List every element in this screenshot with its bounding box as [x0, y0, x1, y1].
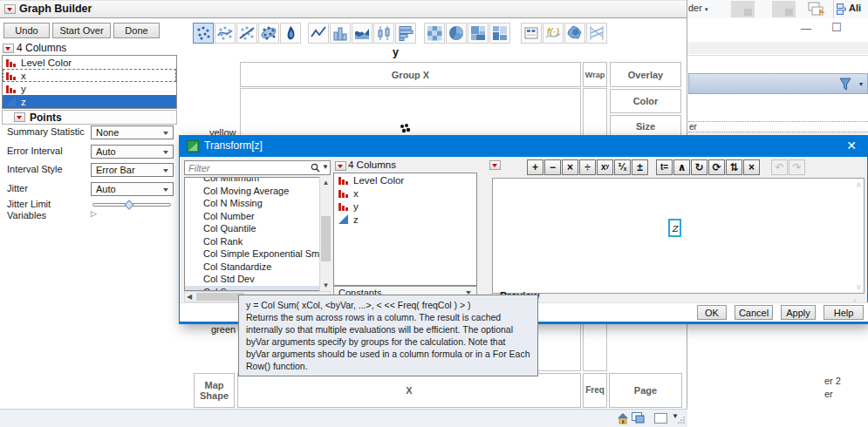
- multiply-button[interactable]: ×: [562, 159, 578, 175]
- filter-caret-icon[interactable]: ▾: [859, 80, 863, 88]
- apply-button[interactable]: Apply: [781, 305, 816, 320]
- histogram-red-icon: [338, 200, 350, 212]
- unary-sign-button[interactable]: ±: [632, 159, 648, 175]
- swap-terms-button[interactable]: ⟳: [708, 159, 725, 175]
- home-icon[interactable]: [617, 412, 629, 424]
- area-element-icon[interactable]: [352, 23, 372, 44]
- line-element-icon[interactable]: [308, 23, 329, 44]
- resize-grip-icon[interactable]: [677, 416, 686, 424]
- formula-element-icon[interactable]: f(·): [543, 23, 564, 44]
- done-button[interactable]: Done: [113, 23, 160, 38]
- power-button[interactable]: xʸ: [597, 159, 613, 175]
- smoother-element-icon[interactable]: [215, 23, 236, 44]
- column-item-level-color[interactable]: Level Color: [3, 56, 176, 69]
- function-item-col-moving-average[interactable]: Col Moving Average: [185, 185, 330, 198]
- help-button[interactable]: Help: [824, 305, 864, 320]
- formula-canvas[interactable]: z: [492, 178, 865, 294]
- function-item-col-number[interactable]: Col Number: [185, 210, 330, 223]
- jitter-label: Jitter: [7, 183, 28, 193]
- start-over-button[interactable]: Start Over: [52, 23, 111, 38]
- transform-dialog-titlebar[interactable]: Transform[z] ✕: [180, 136, 867, 157]
- drop-zone-wrap[interactable]: Wrap: [583, 62, 607, 87]
- canvas-scroll-up-icon[interactable]: ∧: [856, 180, 862, 189]
- filter-funnel-icon[interactable]: [839, 78, 851, 92]
- filter-input[interactable]: [184, 160, 331, 175]
- align-label-fragment[interactable]: Ali: [849, 3, 861, 13]
- ribbon-menu-fragment[interactable]: der ▾: [688, 3, 707, 13]
- ribbon-divider: [833, 0, 834, 18]
- cancel-button[interactable]: Cancel: [735, 305, 773, 320]
- column-item-z[interactable]: z: [3, 95, 176, 108]
- close-icon[interactable]: ✕: [846, 139, 857, 152]
- window-arrange-icon[interactable]: [808, 2, 827, 17]
- add-button[interactable]: +: [527, 159, 543, 175]
- summary-statistic-dropdown[interactable]: None: [91, 125, 174, 139]
- pie-element-icon[interactable]: [446, 23, 467, 44]
- minimize-icon[interactable]: —: [801, 23, 811, 35]
- marker-color-swatch[interactable]: [654, 413, 667, 424]
- caption-box-element-icon[interactable]: [521, 23, 542, 44]
- mosaic-element-icon[interactable]: [489, 23, 510, 44]
- drop-zone-x[interactable]: X: [237, 373, 581, 408]
- filter-dropdown-icon[interactable]: ▼: [322, 163, 329, 171]
- column-item-label: z: [21, 97, 26, 107]
- error-interval-dropdown[interactable]: Auto: [91, 145, 174, 159]
- formula-term-z[interactable]: z: [668, 219, 681, 237]
- subtract-button[interactable]: −: [544, 159, 561, 175]
- function-item-partial[interactable]: Col Minimum: [185, 177, 330, 185]
- histogram-red-icon: [5, 83, 17, 94]
- drop-zone-map-shape[interactable]: Map Shape: [194, 373, 235, 408]
- delete-button[interactable]: ×: [743, 159, 760, 175]
- canvas-scroll-down-icon[interactable]: ∨: [856, 282, 862, 291]
- drop-zone-group-x[interactable]: Group X: [240, 62, 581, 87]
- triangle-blue-icon: [338, 214, 350, 225]
- function-item-col-standardize[interactable]: Col Standardize: [185, 261, 330, 274]
- variables-expander-icon[interactable]: ▷: [91, 209, 97, 218]
- line-of-fit-element-icon[interactable]: [236, 23, 257, 44]
- invert-button[interactable]: ⇅: [726, 159, 742, 175]
- divide-button[interactable]: ÷: [579, 159, 596, 175]
- peel-expression-button[interactable]: ∧: [673, 159, 690, 175]
- column-item-y[interactable]: y: [334, 200, 476, 213]
- column-item-y[interactable]: y: [3, 82, 176, 95]
- window-switch-icon[interactable]: [632, 412, 645, 424]
- red-triangle-columns-icon[interactable]: [3, 44, 14, 53]
- drop-zone-overlay[interactable]: Overlay: [610, 62, 681, 87]
- red-triangle-menu-icon[interactable]: [4, 4, 16, 14]
- points-element-icon[interactable]: [193, 23, 214, 44]
- function-item-col-std-dev[interactable]: Col Std Dev: [185, 273, 330, 286]
- function-list-scrollbar[interactable]: ▲ ▼: [319, 177, 331, 291]
- red-triangle-points-icon[interactable]: [14, 112, 25, 122]
- function-item-col-n-missing[interactable]: Col N Missing: [185, 197, 330, 210]
- histogram-element-icon[interactable]: [395, 23, 416, 44]
- red-triangle-formula-icon[interactable]: [489, 160, 501, 170]
- box-plot-element-icon[interactable]: [373, 23, 394, 44]
- bar-element-icon[interactable]: [330, 23, 351, 44]
- map-shape-element-icon[interactable]: [564, 23, 585, 44]
- contour-element-icon[interactable]: [280, 23, 301, 44]
- function-item-col-rank[interactable]: Col Rank: [185, 235, 330, 248]
- heatmap-element-icon[interactable]: [424, 23, 445, 44]
- column-item-level-color[interactable]: Level Color: [334, 173, 476, 186]
- column-item-x[interactable]: x: [334, 186, 476, 200]
- rotate-button[interactable]: ↻: [691, 159, 707, 175]
- drop-zone-page[interactable]: Page: [609, 373, 682, 408]
- treemap-element-icon[interactable]: [468, 23, 489, 44]
- ellipse-element-icon[interactable]: [258, 23, 279, 44]
- drop-zone-freq[interactable]: Freq: [583, 373, 607, 408]
- function-item-col-quantile[interactable]: Col Quantile: [185, 222, 330, 235]
- local-variable-button[interactable]: t=: [656, 159, 673, 175]
- jitter-limit-slider-thumb[interactable]: [124, 200, 133, 209]
- column-item-x[interactable]: x: [3, 69, 176, 82]
- parallel-plot-element-icon[interactable]: [586, 23, 607, 44]
- jitter-dropdown[interactable]: Auto: [91, 182, 174, 196]
- column-item-z[interactable]: z: [334, 213, 476, 226]
- undo-button[interactable]: Undo: [3, 23, 50, 38]
- maximize-icon[interactable]: ☐: [831, 21, 842, 34]
- function-item-col-simple-exponential-smo[interactable]: Col Simple Exponential Smo: [185, 247, 330, 261]
- ok-button[interactable]: OK: [697, 305, 727, 320]
- drop-zone-color[interactable]: Color: [610, 89, 681, 113]
- red-triangle-dialog-columns-icon[interactable]: [335, 161, 346, 171]
- reciprocal-button[interactable]: ⅟ₓ: [614, 159, 631, 175]
- interval-style-dropdown[interactable]: Error Bar: [91, 163, 174, 177]
